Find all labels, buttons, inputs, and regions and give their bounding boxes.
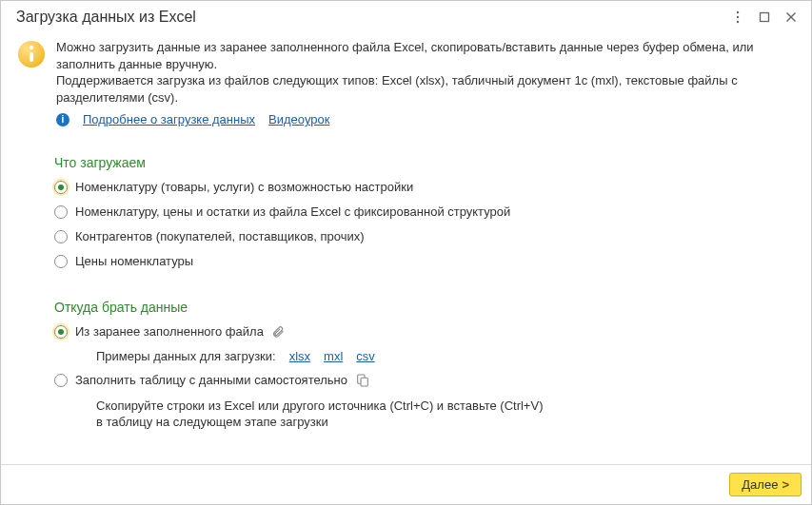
what-option-label: Номенклатуру, цены и остатки из файла Ex… [75,204,510,219]
section-where: Откуда брать данные Из заранее заполненн… [18,300,794,431]
radio-icon[interactable] [54,374,68,387]
where-option-manual-label: Заполнить таблицу с данными самостоятель… [75,373,347,387]
paste-icon[interactable] [355,373,370,388]
section-what: Что загружаем Номенклатуру (товары, услу… [18,155,794,273]
what-option-label: Номенклатуру (товары, услуги) с возможно… [75,180,413,194]
samples-row: Примеры данных для загрузки: xlsx mxl cs… [96,349,794,363]
paste-hint-line2: в таблицу на следующем этапе загрузки [96,414,686,431]
svg-rect-3 [761,13,769,22]
radio-icon[interactable] [54,325,68,339]
what-option-label: Цены номенклатуры [75,254,193,268]
dialog-body: Можно загрузить данные из заранее заполн… [1,33,811,464]
info-big-icon [18,41,45,68]
dialog-footer: Далее > [1,464,811,504]
what-option-1[interactable]: Номенклатуру, цены и остатки из файла Ex… [54,201,794,223]
sample-link-xlsx[interactable]: xlsx [289,349,310,363]
link-more[interactable]: Подробнее о загрузке данных [83,111,255,128]
menu-more-icon[interactable] [727,7,748,28]
info-text: Можно загрузить данные из заранее заполн… [56,39,794,128]
info-line1: Можно загрузить данные из заранее заполн… [56,39,794,72]
dialog-window: Загрузка данных из Excel Можно загрузит [0,0,812,505]
samples-label: Примеры данных для загрузки: [96,349,276,363]
info-line2: Поддерживается загрузка из файлов следую… [56,72,794,106]
chevron-right-icon: > [782,477,789,492]
info-links: i Подробнее о загрузке данных Видеоурок [56,111,794,128]
maximize-icon[interactable] [754,7,775,28]
close-icon[interactable] [781,7,802,28]
section-what-title: Что загружаем [54,155,794,170]
sample-link-mxl[interactable]: mxl [324,349,343,363]
title-bar: Загрузка данных из Excel [1,1,811,33]
where-option-file-label: Из заранее заполненного файла [75,324,264,339]
sample-link-csv[interactable]: csv [356,349,375,363]
radio-icon[interactable] [54,255,68,268]
what-option-3[interactable]: Цены номенклатуры [54,250,794,273]
paste-hint-line1: Скопируйте строки из Excel или другого и… [96,398,686,415]
section-where-title: Откуда брать данные [54,300,794,315]
what-option-0[interactable]: Номенклатуру (товары, услуги) с возможно… [54,176,794,199]
link-video[interactable]: Видеоурок [268,111,329,128]
svg-point-1 [737,16,739,18]
next-button-label: Далее [742,477,778,492]
next-button[interactable]: Далее > [729,473,802,496]
window-title: Загрузка данных из Excel [16,9,722,26]
radio-icon[interactable] [54,205,68,219]
info-block: Можно загрузить данные из заранее заполн… [18,39,794,128]
what-option-label: Контрагентов (покупателей, поставщиков, … [75,229,365,243]
where-option-file[interactable]: Из заранее заполненного файла [54,320,794,343]
radio-icon[interactable] [54,181,68,194]
paperclip-icon[interactable] [271,325,285,339]
svg-point-0 [737,11,739,13]
svg-rect-7 [361,378,367,386]
info-small-icon: i [56,113,69,126]
svg-point-2 [737,21,739,23]
paste-hint: Скопируйте строки из Excel или другого и… [96,398,686,431]
what-option-2[interactable]: Контрагентов (покупателей, поставщиков, … [54,225,794,248]
radio-icon[interactable] [54,230,68,243]
where-option-manual[interactable]: Заполнить таблицу с данными самостоятель… [54,369,794,392]
